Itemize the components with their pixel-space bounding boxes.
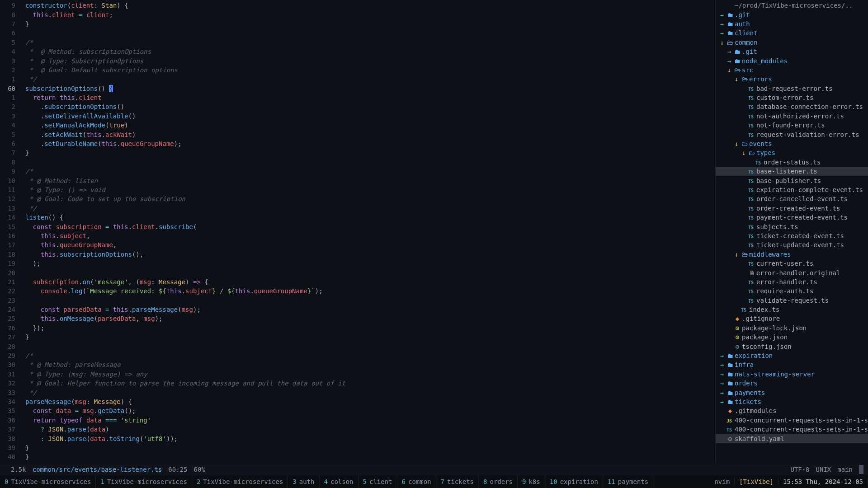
code-line[interactable]: 12 * @ Goal: Code to set up the subscrip… [0, 194, 715, 203]
code-line[interactable]: 37 ? JSON.parse(data) [0, 425, 715, 434]
code-text[interactable]: * @ Method: parseMessage [24, 361, 121, 368]
code-text[interactable]: /* [24, 352, 33, 359]
tree-file[interactable]: ~/prod/TixVibe-microservices/.. [716, 1, 868, 10]
code-text[interactable]: * @ Method: listen [24, 177, 98, 184]
tree-folder[interactable]: →🖿expiration [716, 351, 868, 360]
code-line[interactable]: 1 */ [0, 75, 715, 84]
tree-file[interactable]: ⚙skaffold.yaml [716, 434, 868, 443]
code-line[interactable]: 6 .setDurableName(this.queueGroupName); [0, 139, 715, 148]
code-text[interactable]: * @ Goal: Code to set up the subscriptio… [24, 195, 185, 202]
code-line[interactable]: 33 */ [0, 388, 715, 397]
tree-file[interactable]: TSorder-created-event.ts [716, 204, 868, 213]
code-text[interactable]: * @ Goal: Helper function to parse the i… [24, 380, 345, 387]
code-text[interactable]: constructor(client: Stan) { [24, 2, 128, 9]
code-line[interactable]: 19 ); [0, 259, 715, 268]
code-text[interactable]: */ [24, 389, 37, 396]
code-line[interactable]: 38 : JSON.parse(data.toString('utf8')); [0, 434, 715, 443]
code-text[interactable]: */ [24, 205, 37, 212]
tree-file[interactable]: ⚙tsconfig.json [716, 342, 868, 351]
code-text[interactable]: } [24, 149, 29, 156]
code-text[interactable]: this.queueGroupName, [24, 241, 117, 249]
code-line[interactable]: 32 * @ Goal: Helper function to parse th… [0, 379, 715, 388]
tree-folder[interactable]: →🖿auth [716, 19, 868, 28]
chevron-down-icon[interactable]: ↓ [733, 75, 740, 83]
code-line[interactable]: 22 console.log(`Message received: ${this… [0, 286, 715, 296]
code-text[interactable]: }); [24, 324, 44, 332]
code-line[interactable]: 28 [0, 342, 715, 351]
tree-file[interactable]: TSbase-listener.ts [716, 167, 868, 176]
tree-file[interactable]: TScustom-error.ts [716, 93, 868, 102]
code-line[interactable]: 18 this.subscriptionOptions(), [0, 250, 715, 259]
tree-file[interactable]: TSbase-publisher.ts [716, 176, 868, 185]
tree-folder[interactable]: →🖿tickets [716, 397, 868, 406]
code-text[interactable]: * @ Type: () => void [24, 186, 105, 193]
code-text[interactable]: } [24, 444, 29, 451]
chevron-right-icon[interactable]: → [726, 48, 733, 55]
code-line[interactable]: 2 * @ Goal: Default subscription options [0, 66, 715, 75]
tree-file[interactable]: TSorder-status.ts [716, 158, 868, 167]
code-line[interactable]: 8 this.client = client; [0, 10, 715, 19]
code-text[interactable]: : JSON.parse(data.toString('utf8')); [24, 435, 178, 442]
code-text[interactable]: return typeof data === 'string' [24, 417, 151, 424]
buffer-tab[interactable]: 4 colson [320, 475, 359, 488]
tree-file[interactable]: TSticket-updated-event.ts [716, 240, 868, 249]
code-line[interactable]: 4 * @ Method: subscriptionOptions [0, 47, 715, 56]
tree-file[interactable]: TS400-concurrent-requests-sets-in-1-seco… [716, 425, 868, 434]
code-line[interactable]: 20 [0, 268, 715, 277]
tree-folder[interactable]: →🖿infra [716, 360, 868, 369]
tree-file[interactable]: TSpayment-created-event.ts [716, 213, 868, 222]
code-text[interactable]: ? JSON.parse(data) [24, 426, 109, 433]
code-text[interactable]: } [24, 20, 29, 28]
code-text[interactable]: this.subscriptionOptions(), [24, 251, 143, 258]
code-text[interactable]: return this.client [24, 94, 102, 101]
code-text[interactable]: this.onMessage(parsedData, msg); [24, 315, 162, 322]
tree-file[interactable]: TSdatabase-connection-error.ts [716, 102, 868, 111]
chevron-down-icon[interactable]: ↓ [718, 39, 726, 46]
code-text[interactable]: * @ Goal: Default subscription options [24, 66, 178, 74]
tree-file[interactable]: TSrequest-validation-error.ts [716, 130, 868, 139]
code-line[interactable]: 21 subscription.on('message', (msg: Mess… [0, 277, 715, 286]
code-line[interactable]: 40} [0, 452, 715, 461]
code-line[interactable]: 14listen() { [0, 213, 715, 222]
tree-folder[interactable]: ↓🗁middlewares [716, 250, 868, 259]
code-line[interactable]: 4 .setManualAckMode(true) [0, 121, 715, 130]
code-line[interactable]: 13 */ [0, 204, 715, 213]
code-text[interactable]: subscription.on('message', (msg: Message… [24, 278, 208, 286]
code-line[interactable]: 6 [0, 28, 715, 38]
code-text[interactable]: } [24, 453, 29, 460]
buffer-tab[interactable]: 1 TixVibe-microservices [96, 475, 192, 488]
code-text[interactable]: listen() { [24, 214, 63, 221]
code-line[interactable]: 10 * @ Method: listen [0, 176, 715, 185]
code-line[interactable]: 3 .setDeliverAllAvailable() [0, 112, 715, 121]
code-line[interactable]: 24 const parsedData = this.parseMessage(… [0, 305, 715, 314]
tree-file[interactable]: TSindex.ts [716, 305, 868, 314]
code-line[interactable]: 7} [0, 19, 715, 28]
code-line[interactable]: 8 [0, 158, 715, 167]
code-line[interactable]: 11 * @ Type: () => void [0, 185, 715, 194]
code-line[interactable]: 7} [0, 148, 715, 157]
buffer-tab[interactable]: 11 payments [603, 475, 653, 488]
buffer-tab[interactable]: 5 client [359, 475, 397, 488]
tree-file[interactable]: TScurrent-user.ts [716, 259, 868, 268]
buffer-tab[interactable]: 10 expiration [545, 475, 603, 488]
code-text[interactable]: /* [24, 168, 33, 175]
code-text[interactable]: subscriptionOptions() { [24, 85, 113, 92]
tree-file[interactable]: TSnot-authorized-error.ts [716, 112, 868, 121]
code-text[interactable]: this.subject, [24, 232, 90, 239]
code-text[interactable]: .setManualAckMode(true) [24, 122, 128, 129]
code-line[interactable]: 1 return this.client [0, 93, 715, 102]
tree-folder[interactable]: ↓🗁types [716, 148, 868, 157]
tree-folder[interactable]: ↓🗁errors [716, 75, 868, 84]
chevron-down-icon[interactable]: ↓ [733, 140, 740, 147]
tree-folder[interactable]: ↓🗁events [716, 139, 868, 148]
code-text[interactable]: const data = msg.getData(); [24, 407, 136, 414]
code-line[interactable]: 5 .setAckWait(this.ackWait) [0, 130, 715, 139]
code-text[interactable]: /* [24, 39, 33, 46]
tree-folder[interactable]: →🖿payments [716, 388, 868, 397]
code-line[interactable]: 29/* [0, 351, 715, 360]
buffer-tab[interactable]: 7 tickets [436, 475, 479, 488]
code-text[interactable]: const subscription = this.client.subscri… [24, 223, 197, 230]
code-text[interactable]: } [24, 333, 29, 341]
chevron-right-icon[interactable]: → [718, 29, 726, 37]
chevron-right-icon[interactable]: → [718, 380, 726, 387]
